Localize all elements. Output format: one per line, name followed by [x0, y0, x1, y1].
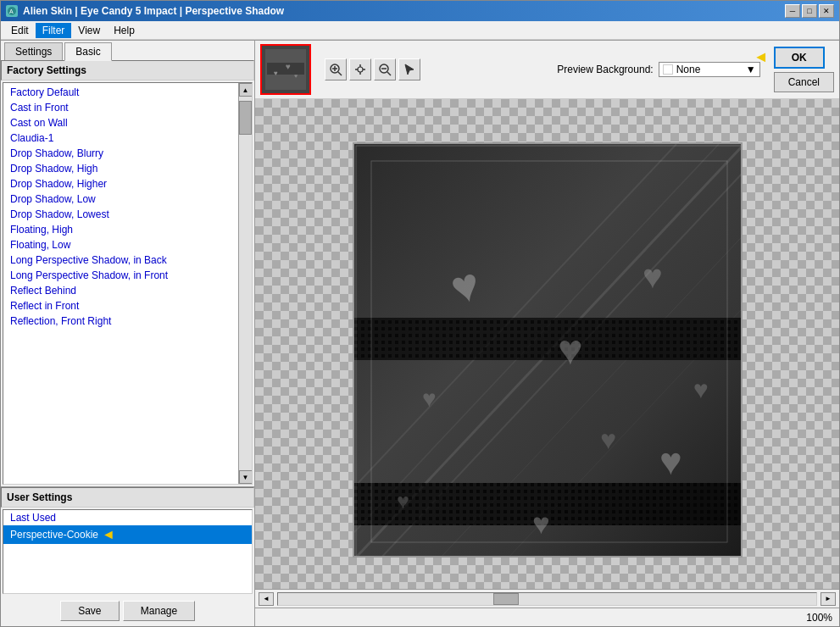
- svg-text:♥: ♥: [659, 440, 682, 483]
- list-item-floating-low[interactable]: Floating, Low: [3, 237, 252, 252]
- svg-point-12: [358, 67, 363, 72]
- zoom-out-tool[interactable]: [374, 58, 396, 80]
- list-item-drop-shadow-low[interactable]: Drop Shadow, Low: [3, 191, 252, 207]
- list-item-factory-default[interactable]: Factory Default: [3, 85, 252, 100]
- window-title: Alien Skin | Eye Candy 5 Impact | Perspe…: [23, 5, 284, 17]
- user-settings-section: User Settings Last Used Perspective-Cook…: [1, 486, 254, 596]
- preview-bg-value: None: [676, 64, 746, 75]
- main-window: A Alien Skin | Eye Candy 5 Impact | Pers…: [0, 0, 840, 627]
- preview-bg-dropdown-arrow[interactable]: ▼: [746, 64, 756, 75]
- scroll-track[interactable]: [239, 97, 252, 470]
- content-area: Settings Basic Factory Settings Factory …: [1, 40, 839, 626]
- toolbar-row: ♥ ♥ ♥: [255, 41, 839, 99]
- preview-area: ♥ ♥ ♥ ♥ ♥ ♥ ♥ ♥: [255, 99, 839, 626]
- menu-help[interactable]: Help: [107, 23, 142, 38]
- list-item-reflect-behind[interactable]: Reflect Behind: [3, 283, 252, 298]
- nav-left-button[interactable]: ◄: [259, 592, 274, 606]
- list-item-perspective-cookie[interactable]: Perspective-Cookie ◄: [3, 525, 252, 544]
- zoom-level: 100%: [806, 612, 832, 624]
- list-item-claudia1[interactable]: Claudia-1: [3, 130, 252, 146]
- preview-bg-label: Preview Background:: [557, 64, 653, 75]
- ok-cancel-buttons: ◄ OK Cancel: [774, 47, 834, 92]
- list-item-drop-shadow-high[interactable]: Drop Shadow, High: [3, 161, 252, 176]
- status-bar: 100%: [255, 608, 839, 626]
- app-icon: A: [6, 5, 18, 17]
- nav-right-button[interactable]: ►: [821, 592, 836, 606]
- selected-item-arrow: ◄: [102, 527, 115, 542]
- minimize-button[interactable]: ─: [785, 4, 800, 18]
- ok-button[interactable]: OK: [774, 47, 825, 69]
- checker-background: ♥ ♥ ♥ ♥ ♥ ♥ ♥ ♥: [255, 99, 839, 601]
- svg-text:A: A: [9, 8, 14, 14]
- zoom-in-tool[interactable]: [325, 58, 347, 80]
- list-item-drop-shadow-lowest[interactable]: Drop Shadow, Lowest: [3, 207, 252, 222]
- list-item-cast-in-front[interactable]: Cast in Front: [3, 100, 252, 115]
- close-button[interactable]: ✕: [819, 4, 834, 18]
- tab-bar: Settings Basic: [1, 41, 254, 60]
- svg-text:♥: ♥: [397, 489, 409, 513]
- cancel-button[interactable]: Cancel: [774, 72, 834, 92]
- save-button[interactable]: Save: [60, 601, 120, 621]
- svg-text:♥: ♥: [274, 69, 278, 77]
- tool-buttons: [325, 58, 420, 80]
- user-settings-list[interactable]: Last Used Perspective-Cookie ◄: [3, 509, 253, 594]
- factory-settings-header: Factory Settings: [1, 60, 254, 80]
- title-bar: A Alien Skin | Eye Candy 5 Impact | Pers…: [1, 1, 839, 21]
- right-panel: ♥ ♥ ♥: [255, 41, 839, 626]
- svg-text:♥: ♥: [643, 258, 663, 295]
- list-item-long-perspective-back[interactable]: Long Perspective Shadow, in Back: [3, 252, 252, 268]
- bottom-buttons: Save Manage: [1, 596, 254, 626]
- tab-settings[interactable]: Settings: [4, 42, 63, 60]
- svg-rect-26: [354, 318, 743, 360]
- preview-svg: ♥ ♥ ♥ ♥ ♥ ♥ ♥ ♥: [354, 144, 743, 558]
- svg-text:♥: ♥: [422, 386, 437, 412]
- preview-image: ♥ ♥ ♥ ♥ ♥ ♥ ♥ ♥: [353, 142, 743, 558]
- factory-settings-container: Factory Settings Factory Default Cast in…: [1, 60, 254, 486]
- nav-scrollbar[interactable]: [277, 592, 817, 606]
- svg-text:♥: ♥: [558, 326, 583, 374]
- thumbnail-preview: ♥ ♥ ♥: [260, 44, 311, 95]
- scroll-thumb[interactable]: [239, 101, 252, 135]
- svg-line-14: [387, 72, 391, 75]
- nav-thumb[interactable]: [493, 593, 519, 605]
- list-item-floating-high[interactable]: Floating, High: [3, 222, 252, 237]
- list-item-last-used[interactable]: Last Used: [3, 510, 252, 525]
- left-panel: Settings Basic Factory Settings Factory …: [1, 41, 255, 626]
- factory-settings-list[interactable]: Factory Default Cast in Front Cast on Wa…: [3, 82, 253, 485]
- scroll-up-arrow[interactable]: ▲: [239, 83, 253, 97]
- list-item-drop-shadow-higher[interactable]: Drop Shadow, Higher: [3, 176, 252, 191]
- menu-view[interactable]: View: [71, 23, 107, 38]
- list-item-cast-on-wall[interactable]: Cast on Wall: [3, 115, 252, 130]
- scroll-down-arrow[interactable]: ▼: [239, 470, 253, 484]
- preview-background-row: Preview Background: None ▼: [557, 62, 759, 77]
- user-settings-header: User Settings: [1, 487, 254, 508]
- pan-tool[interactable]: [349, 58, 371, 80]
- tab-basic[interactable]: Basic: [64, 42, 111, 61]
- list-item-reflection-front-right[interactable]: Reflection, Front Right: [3, 314, 252, 329]
- svg-line-9: [338, 72, 342, 75]
- svg-text:♥: ♥: [693, 375, 709, 403]
- nav-bar: ◄ ►: [255, 589, 839, 608]
- menu-edit[interactable]: Edit: [4, 23, 36, 38]
- menu-filter[interactable]: Filter: [36, 23, 72, 38]
- svg-text:♥: ♥: [286, 62, 291, 71]
- manage-button[interactable]: Manage: [123, 601, 195, 621]
- list-item-long-perspective-front[interactable]: Long Perspective Shadow, in Front: [3, 268, 252, 283]
- factory-list-scrollbar[interactable]: ▲ ▼: [238, 83, 252, 484]
- thumbnail-image: ♥ ♥ ♥: [262, 46, 309, 93]
- svg-text:♥: ♥: [600, 424, 616, 455]
- menu-bar: Edit Filter View Help: [1, 21, 839, 40]
- maximize-button[interactable]: □: [802, 4, 817, 18]
- list-item-drop-shadow-blurry[interactable]: Drop Shadow, Blurry: [3, 146, 252, 161]
- svg-text:♥: ♥: [532, 507, 550, 540]
- list-item-reflect-front[interactable]: Reflect in Front: [3, 298, 252, 314]
- svg-text:♥: ♥: [294, 73, 298, 79]
- select-tool[interactable]: [398, 58, 420, 80]
